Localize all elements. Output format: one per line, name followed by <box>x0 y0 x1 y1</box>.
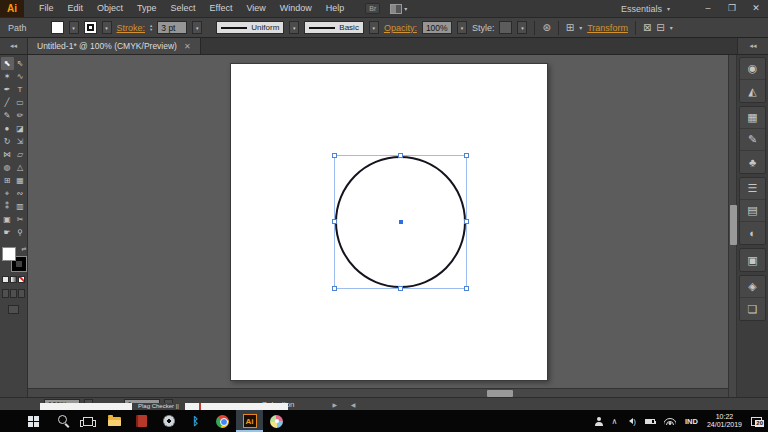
menu-help[interactable]: Help <box>319 0 352 17</box>
panel-swatches[interactable]: ▦ <box>740 107 765 129</box>
battery-icon[interactable] <box>645 419 655 424</box>
collapse-dock-icon[interactable]: ◂◂ <box>737 38 768 54</box>
menu-select[interactable]: Select <box>164 0 203 17</box>
arrow-right-icon[interactable]: ▶ <box>333 402 344 408</box>
stroke-weight-stepper[interactable]: ▴ ▾ <box>150 24 152 32</box>
screen-mode-button[interactable] <box>8 305 19 314</box>
close-button[interactable]: ✕ <box>744 0 768 17</box>
draw-behind-button[interactable] <box>10 289 17 298</box>
selection-handle-n[interactable] <box>398 153 403 158</box>
menu-object[interactable]: Object <box>90 0 130 17</box>
bounding-box-icon[interactable]: ⊠ <box>643 21 651 34</box>
selection-handle-e[interactable] <box>464 219 469 224</box>
illustrator-taskbar-button[interactable]: Ai <box>236 410 263 432</box>
opacity-panel-link[interactable]: Opacity: <box>384 23 417 33</box>
draw-normal-button[interactable] <box>2 289 9 298</box>
dictionary-app-button[interactable] <box>128 410 155 432</box>
blob-brush-tool[interactable]: ● <box>1 122 14 135</box>
artboard-tool[interactable]: ▣ <box>1 213 14 226</box>
language-indicator[interactable]: IND <box>685 417 698 426</box>
draw-inside-button[interactable] <box>18 289 25 298</box>
graphic-style-caret[interactable]: ▾ <box>517 21 527 34</box>
menu-edit[interactable]: Edit <box>61 0 91 17</box>
menu-effect[interactable]: Effect <box>203 0 240 17</box>
selection-handle-sw[interactable] <box>332 286 337 291</box>
panel-color[interactable]: ◉ <box>740 58 765 80</box>
graphic-style-swatch[interactable] <box>499 21 512 34</box>
width-profile-caret[interactable]: ▾ <box>289 21 299 34</box>
mesh-tool[interactable]: ⊞ <box>1 174 14 187</box>
clock[interactable]: 10:22 24/01/2019 <box>707 413 742 429</box>
transform-panel-link[interactable]: Transform <box>587 23 628 33</box>
network-icon[interactable] <box>664 417 676 425</box>
start-button[interactable] <box>20 410 47 432</box>
brush-definition-caret[interactable]: ▾ <box>369 21 379 34</box>
selection-handle-nw[interactable] <box>332 153 337 158</box>
stroke-weight-input[interactable]: 3 pt <box>157 21 187 34</box>
opacity-input[interactable]: 100% <box>422 21 452 34</box>
gradient-tool[interactable]: ▦ <box>14 174 27 187</box>
opacity-caret[interactable]: ▾ <box>457 21 467 34</box>
swap-fill-stroke-icon[interactable]: ⇄ <box>21 245 26 252</box>
width-profile-select[interactable]: Uniform <box>216 21 284 34</box>
more-options-icon[interactable]: ⊟ <box>656 21 664 34</box>
none-button[interactable] <box>18 276 25 283</box>
document-tab[interactable]: Untitled-1* @ 100% (CMYK/Preview) ✕ <box>28 38 201 54</box>
selection-tool[interactable]: ⬉ <box>1 57 14 70</box>
selection-bounding-box[interactable] <box>334 155 467 289</box>
stroke-color-caret[interactable]: ▾ <box>102 21 112 34</box>
workspace-switcher[interactable]: Essentials ▾ <box>621 4 670 14</box>
status-bar-arrows[interactable]: ▶ ◀ <box>333 401 362 408</box>
rectangle-tool[interactable]: ▭ <box>14 96 27 109</box>
selection-handle-w[interactable] <box>332 219 337 224</box>
panel-symbols[interactable]: ♣ <box>740 151 765 173</box>
more-options-caret[interactable]: ▾ <box>670 24 673 31</box>
recolor-artwork-icon[interactable]: ⊛ <box>542 21 550 34</box>
media-app-button[interactable] <box>155 410 182 432</box>
fill-color-swatch[interactable] <box>51 21 64 34</box>
stepper-down-icon[interactable]: ▾ <box>150 28 152 32</box>
selection-handle-s[interactable] <box>398 286 403 291</box>
free-transform-tool[interactable]: ▱ <box>14 148 27 161</box>
vertical-scroll-thumb[interactable] <box>730 205 737 245</box>
menu-window[interactable]: Window <box>273 0 319 17</box>
chrome-button[interactable] <box>209 410 236 432</box>
line-segment-tool[interactable]: ╱ <box>1 96 14 109</box>
selection-handle-se[interactable] <box>464 286 469 291</box>
symbol-sprayer-tool[interactable]: ⁑ <box>1 200 14 213</box>
file-explorer-button[interactable] <box>101 410 128 432</box>
stroke-panel-link[interactable]: Stroke: <box>117 23 146 33</box>
background-window-title[interactable]: Plag Checker || <box>132 403 185 410</box>
selection-handle-ne[interactable] <box>464 153 469 158</box>
slice-tool[interactable]: ✂ <box>14 213 27 226</box>
magic-wand-tool[interactable]: ✶ <box>1 70 14 83</box>
scale-tool[interactable]: ⇲ <box>14 135 27 148</box>
center-anchor-point[interactable] <box>399 220 403 224</box>
rotate-tool[interactable]: ↻ <box>1 135 14 148</box>
panel-artboards[interactable]: ❏ <box>740 298 765 320</box>
stroke-weight-caret[interactable]: ▾ <box>192 21 202 34</box>
perspective-grid-tool[interactable]: △ <box>14 161 27 174</box>
color-button[interactable] <box>2 276 9 283</box>
panel-layers[interactable]: ◈ <box>740 276 765 298</box>
collapse-toolbar-icon[interactable]: ◂◂ <box>0 38 28 54</box>
canvas[interactable] <box>28 55 728 397</box>
panel-transparency[interactable]: ◐ <box>740 222 765 244</box>
fill-swatch[interactable] <box>2 247 16 261</box>
align-options-icon[interactable]: ⊞ <box>566 21 574 34</box>
menu-view[interactable]: View <box>239 0 272 17</box>
panel-appearance[interactable]: ▣ <box>740 249 765 271</box>
panel-gradient[interactable]: ▤ <box>740 200 765 222</box>
paint-app-button[interactable] <box>263 410 290 432</box>
panel-stroke[interactable]: ☰ <box>740 178 765 200</box>
menu-type[interactable]: Type <box>130 0 164 17</box>
shape-builder-tool[interactable]: ◍ <box>1 161 14 174</box>
hidden-icons-chevron[interactable]: ∧ <box>612 417 618 426</box>
people-icon[interactable] <box>595 417 603 426</box>
menu-file[interactable]: File <box>32 0 61 17</box>
eyedropper-tool[interactable]: ⌖ <box>1 187 14 200</box>
bluetooth-button[interactable]: ᛒ <box>182 410 209 432</box>
pen-tool[interactable]: ✒ <box>1 83 14 96</box>
type-tool[interactable]: T <box>14 83 27 96</box>
column-graph-tool[interactable]: ▥ <box>14 200 27 213</box>
